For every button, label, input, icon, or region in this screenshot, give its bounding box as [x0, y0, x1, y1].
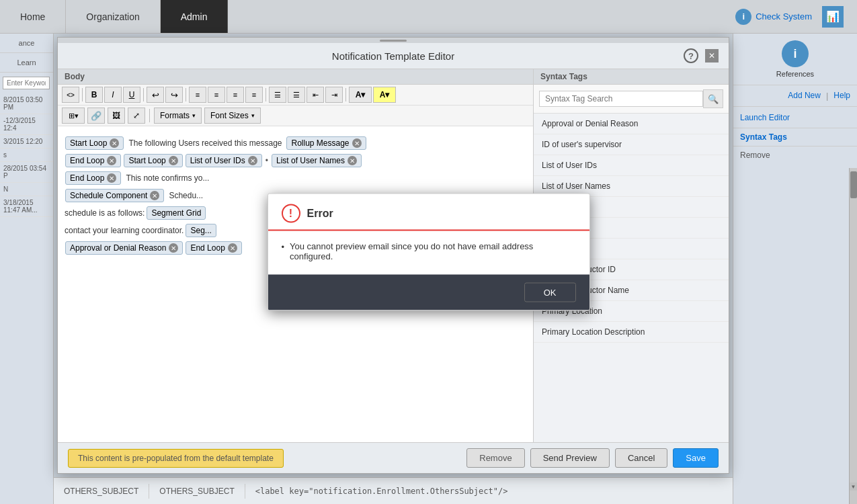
list-item: -12/3/2015 12:4	[0, 114, 53, 135]
table-btn[interactable]: ⊞▾	[62, 108, 85, 124]
left-tab-learn[interactable]: Learn	[0, 53, 53, 73]
tag-list-user-names[interactable]: List of User Names ✕	[272, 154, 362, 167]
error-dialog: ! Error • You cannot preview email since…	[268, 194, 590, 311]
editor-line-2: End Loop ✕ Start Loop ✕ List of User IDs…	[65, 153, 526, 168]
align-justify-btn[interactable]: ≡	[245, 87, 263, 103]
list-item: 3/18/2015 11:47 AM...	[0, 196, 53, 217]
error-icon: !	[282, 204, 300, 223]
highlight-btn[interactable]: A▾	[373, 87, 396, 103]
tag-x-rollup[interactable]: ✕	[352, 138, 362, 148]
list-item: 3/2015 12:20	[0, 135, 53, 149]
editor-line-1: Start Loop ✕ The following Users receive…	[65, 136, 526, 151]
align-left-btn[interactable]: ≡	[189, 87, 206, 103]
code-btn[interactable]: <>	[62, 87, 79, 103]
bold-btn[interactable]: B	[85, 87, 103, 103]
error-title: Error	[307, 208, 333, 220]
search-input[interactable]	[3, 77, 50, 89]
tag-x-schedule[interactable]: ✕	[150, 191, 159, 200]
tag-x-start2[interactable]: ✕	[169, 156, 178, 165]
align-right-btn[interactable]: ≡	[227, 87, 244, 103]
list-item: 8/2015 03:50 PM	[0, 93, 53, 114]
error-ok-button[interactable]: OK	[524, 283, 576, 302]
footer-info: This content is pre-populated from the d…	[68, 449, 284, 468]
expand-btn[interactable]: ⤢	[128, 108, 145, 124]
list-item: s	[0, 149, 53, 162]
syntax-item[interactable]: ID of user's supervisor	[534, 134, 729, 155]
tag-end-loop-1[interactable]: End Loop ✕	[65, 154, 121, 167]
tag-approval-denial[interactable]: Approval or Denial Reason ✕	[65, 241, 183, 255]
nav-tab-admin[interactable]: Admin	[161, 0, 229, 33]
tag-list-user-ids[interactable]: List of User IDs ✕	[186, 154, 262, 167]
tag-end-loop-2[interactable]: End Loop ✕	[65, 171, 121, 185]
nav-tab-organization[interactable]: Organization	[66, 0, 160, 33]
nte-close-button[interactable]: ✕	[705, 49, 719, 62]
outdent-btn[interactable]: ⇤	[307, 87, 324, 103]
section-label-syntax: Syntax Tags	[534, 69, 729, 85]
report-icon[interactable]: 📊	[822, 6, 844, 28]
tag-segment-grid[interactable]: Segment Grid	[147, 206, 206, 220]
modal-handle[interactable]	[58, 38, 729, 43]
indent-btn[interactable]: ⇥	[325, 87, 343, 103]
tag-x-ids[interactable]: ✕	[248, 156, 257, 165]
tag-end-loop-3[interactable]: End Loop ✕	[186, 241, 241, 255]
syntax-search-input[interactable]	[539, 91, 703, 107]
syntax-item[interactable]: Approval or Denial Reason	[534, 114, 729, 134]
tag-x-end3[interactable]: ✕	[228, 243, 237, 253]
references-label: References	[776, 70, 814, 78]
syntax-item[interactable]: List of User IDs	[534, 155, 729, 176]
nte-title: Notification Template Editor	[285, 50, 502, 62]
add-new-link[interactable]: Add New	[788, 91, 821, 101]
list-item: N	[0, 183, 53, 196]
tag-x-approval[interactable]: ✕	[169, 243, 178, 253]
syntax-search-button[interactable]: 🔍	[703, 89, 723, 108]
nte-help-button[interactable]: ?	[684, 48, 698, 63]
nav-tab-home[interactable]: Home	[0, 0, 66, 33]
left-tab-ance[interactable]: ance	[0, 34, 53, 53]
font-color-btn[interactable]: A▾	[349, 87, 372, 103]
font-sizes-dropdown[interactable]: Font Sizes ▾	[204, 108, 261, 124]
align-center-btn[interactable]: ≡	[208, 87, 225, 103]
list-ul-btn[interactable]: ☰	[269, 87, 286, 103]
bottom-cell-1: OTHERS_SUBJECT	[54, 484, 149, 499]
save-button[interactable]: Save	[673, 448, 719, 468]
list-ol-btn[interactable]: ☰	[288, 87, 305, 103]
editor-line-3: End Loop ✕ This note confirms yo...	[65, 171, 526, 185]
tag-start-loop-1[interactable]: Start Loop ✕	[65, 136, 124, 150]
launch-editor-link[interactable]: Launch Editor	[740, 113, 790, 122]
check-system-icon: i	[735, 9, 751, 25]
remove-label[interactable]: Remove	[740, 151, 850, 160]
tag-start-loop-2[interactable]: Start Loop ✕	[124, 154, 182, 167]
image-btn[interactable]: 🖼	[108, 108, 125, 124]
formats-dropdown[interactable]: Formats ▾	[154, 108, 202, 124]
tag-x-1[interactable]: ✕	[110, 138, 119, 148]
check-system-link[interactable]: i Check System	[735, 9, 812, 25]
bottom-cell-3: <label key="notification.Enrollment.Othe…	[245, 484, 518, 499]
tag-rollup-message[interactable]: Rollup Message ✕	[286, 136, 366, 150]
list-item: 28/2015 03:54 P	[0, 162, 53, 183]
link-btn[interactable]: 🔗	[87, 108, 105, 124]
italic-btn[interactable]: I	[104, 87, 122, 103]
tag-schedule-component[interactable]: Schedule Component ✕	[65, 189, 164, 202]
bottom-cell-2: OTHERS_SUBJECT	[149, 484, 245, 499]
syntax-tags-label: Syntax Tags	[740, 132, 850, 142]
remove-button[interactable]: Remove	[466, 448, 524, 468]
send-preview-button[interactable]: Send Preview	[530, 448, 610, 468]
help-link[interactable]: Help	[833, 91, 850, 101]
tag-x-names[interactable]: ✕	[348, 156, 357, 165]
cancel-button[interactable]: Cancel	[615, 448, 667, 468]
undo-btn[interactable]: ↩	[147, 87, 164, 103]
underline-btn[interactable]: U	[123, 87, 140, 103]
redo-btn[interactable]: ↪	[165, 87, 183, 103]
syntax-item[interactable]: Primary Location Description	[534, 322, 729, 343]
section-label-body: Body	[58, 69, 533, 85]
tag-x-end2[interactable]: ✕	[107, 173, 116, 183]
tag-seg[interactable]: Seg...	[186, 224, 216, 237]
references-icon[interactable]: i	[782, 40, 809, 67]
error-message: • You cannot preview email since you do …	[282, 241, 576, 261]
tag-x-end1[interactable]: ✕	[107, 156, 116, 165]
